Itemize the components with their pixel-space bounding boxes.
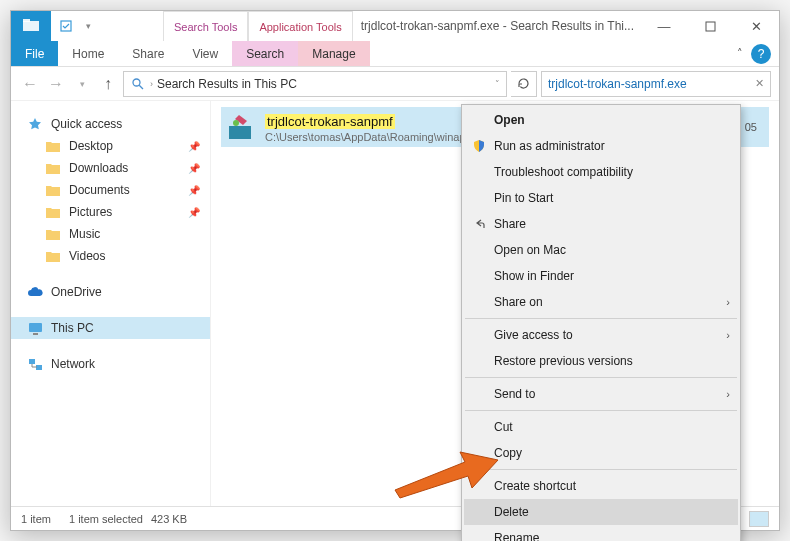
ribbon-collapse-icon[interactable]: ˄ [729,41,751,66]
up-button[interactable]: ↑ [97,73,119,95]
back-button[interactable]: ← [19,73,41,95]
status-size: 423 KB [151,513,187,525]
recent-locations-button[interactable]: ▾ [71,73,93,95]
folder-icon [45,248,61,264]
shield-icon [470,137,488,155]
breadcrumb[interactable]: › Search Results in This PC ˅ [123,71,507,97]
svg-line-5 [139,85,143,89]
window-title: trjdlcot-trokan-sanpmf.exe - Search Resu… [353,11,641,41]
network-icon [27,356,43,372]
status-item-count: 1 item [21,513,51,525]
svg-rect-8 [29,359,35,364]
context-menu: Open Run as administrator Troubleshoot c… [461,104,741,541]
pc-icon [27,320,43,336]
qat-chevron-icon[interactable]: ▾ [81,19,95,33]
ctx-cut[interactable]: Cut [464,414,738,440]
app-tools-tab-header: Application Tools [248,11,352,41]
svg-point-4 [133,79,140,86]
ctx-troubleshoot[interactable]: Troubleshoot compatibility [464,159,738,185]
search-tools-tab-header: Search Tools [163,11,248,41]
svg-rect-3 [706,22,715,31]
chevron-right-icon: › [726,329,730,341]
folder-icon [45,160,61,176]
ctx-copy[interactable]: Copy [464,440,738,466]
result-filename: trjdlcot-trokan-sanpmf [265,114,395,129]
ctx-delete[interactable]: Delete [464,499,738,525]
sidebar-network[interactable]: Network [11,353,210,375]
pin-icon: 📌 [188,207,200,218]
ribbon-tabs: File Home Share View Search Manage ˄ ? [11,41,779,67]
svg-point-11 [233,120,239,126]
star-icon [27,116,43,132]
sidebar-item-music[interactable]: Music [11,223,210,245]
properties-icon[interactable] [59,19,73,33]
folder-icon [45,204,61,220]
help-button[interactable]: ? [751,44,771,64]
breadcrumb-text: Search Results in This PC [157,77,297,91]
svg-rect-7 [33,333,38,335]
share-tab[interactable]: Share [118,41,178,66]
app-icon[interactable] [11,11,51,41]
forward-button[interactable]: → [45,73,67,95]
search-tab[interactable]: Search [232,41,298,66]
ctx-pin-start[interactable]: Pin to Start [464,185,738,211]
search-input-value: trjdlcot-trokan-sanpmf.exe [548,77,687,91]
home-tab[interactable]: Home [58,41,118,66]
sidebar-item-downloads[interactable]: Downloads📌 [11,157,210,179]
ctx-show-finder[interactable]: Show in Finder [464,263,738,289]
contextual-tabs: Search Tools Application Tools [163,11,353,41]
manage-tab[interactable]: Manage [298,41,369,66]
view-tab[interactable]: View [178,41,232,66]
sidebar-quick-access[interactable]: Quick access [11,113,210,135]
sidebar-item-pictures[interactable]: Pictures📌 [11,201,210,223]
pin-icon: 📌 [188,141,200,152]
sidebar-this-pc[interactable]: This PC [11,317,210,339]
svg-rect-2 [61,21,71,31]
ctx-open[interactable]: Open [464,107,738,133]
pin-icon: 📌 [188,163,200,174]
ctx-send-to[interactable]: Send to› [464,381,738,407]
navigation-pane: Quick access Desktop📌 Downloads📌 Documen… [11,101,211,506]
exe-icon [227,113,255,141]
cloud-icon [27,284,43,300]
svg-rect-0 [23,21,39,31]
view-large-icons-button[interactable] [749,511,769,527]
folder-icon [45,226,61,242]
clear-search-icon[interactable]: ✕ [755,77,764,90]
result-size-fragment: 05 [745,121,763,133]
ctx-rename[interactable]: Rename [464,525,738,541]
ctx-share[interactable]: Share [464,211,738,237]
sidebar-onedrive[interactable]: OneDrive [11,281,210,303]
ctx-share-on[interactable]: Share on› [464,289,738,315]
file-tab[interactable]: File [11,41,58,66]
result-path: C:\Users\tomas\AppData\Roaming\winapp [265,131,472,143]
svg-rect-1 [23,19,30,22]
sidebar-item-documents[interactable]: Documents📌 [11,179,210,201]
search-location-icon [130,76,146,92]
chevron-right-icon: › [726,388,730,400]
titlebar: ▾ Search Tools Application Tools trjdlco… [11,11,779,41]
maximize-button[interactable] [687,11,733,41]
ctx-restore[interactable]: Restore previous versions [464,348,738,374]
sidebar-item-desktop[interactable]: Desktop📌 [11,135,210,157]
folder-icon [45,182,61,198]
svg-rect-10 [229,126,251,139]
address-bar: ← → ▾ ↑ › Search Results in This PC ˅ tr… [11,67,779,101]
ctx-open-mac[interactable]: Open on Mac [464,237,738,263]
ctx-create-shortcut[interactable]: Create shortcut [464,473,738,499]
close-button[interactable]: ✕ [733,11,779,41]
svg-rect-6 [29,323,42,332]
ctx-give-access[interactable]: Give access to› [464,322,738,348]
minimize-button[interactable]: — [641,11,687,41]
chevron-right-icon: › [726,296,730,308]
status-selected: 1 item selected [69,513,143,525]
folder-icon [45,138,61,154]
quick-access-toolbar: ▾ [51,11,103,41]
pin-icon: 📌 [188,185,200,196]
sidebar-item-videos[interactable]: Videos [11,245,210,267]
callout-arrow-icon [390,450,500,504]
refresh-button[interactable] [511,71,537,97]
share-icon [470,215,488,233]
search-input[interactable]: trjdlcot-trokan-sanpmf.exe ✕ [541,71,771,97]
ctx-run-admin[interactable]: Run as administrator [464,133,738,159]
